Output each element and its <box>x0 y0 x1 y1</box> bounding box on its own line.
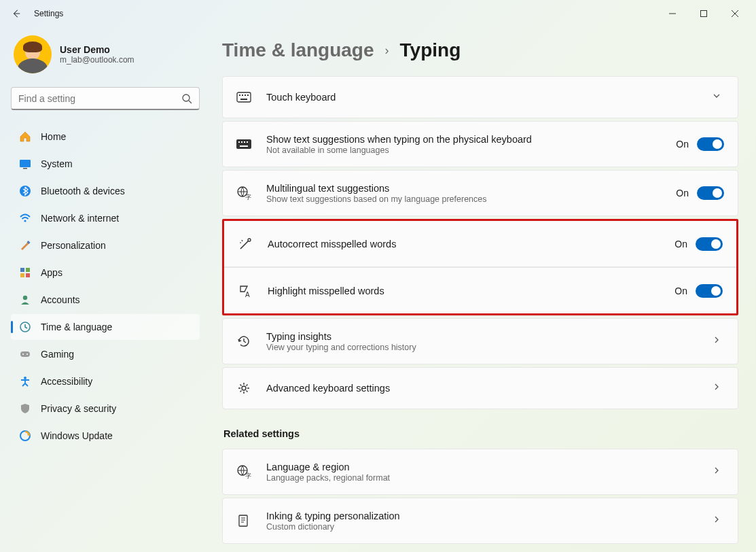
chevron-right-icon <box>709 382 724 394</box>
chevron-right-icon <box>709 335 724 347</box>
svg-text:字: 字 <box>245 194 251 201</box>
sidebar-item-label: Time & language <box>41 322 112 332</box>
card-autocorrect: Autocorrect misspelled words On <box>224 221 736 267</box>
arrow-left-icon <box>12 9 21 18</box>
sidebar-item-label: Gaming <box>41 349 74 360</box>
avatar <box>14 35 52 73</box>
wand-icon <box>238 237 253 252</box>
card-title: Show text suggestions when typing on the… <box>266 134 676 145</box>
sidebar-item-label: Home <box>41 131 66 142</box>
card-subtitle: Not available in some languages <box>266 145 676 155</box>
svg-rect-0 <box>701 11 707 17</box>
card-title: Multilingual text suggestions <box>266 183 676 194</box>
globe-text-icon: 字 <box>236 186 251 201</box>
main-content: Time & language › Typing Touch keyboard … <box>207 27 756 552</box>
card-title: Typing insights <box>266 331 709 342</box>
maximize-button[interactable] <box>688 3 719 24</box>
toggle-autocorrect[interactable] <box>696 237 723 251</box>
svg-rect-13 <box>20 351 30 357</box>
svg-point-1 <box>183 94 190 101</box>
bluetooth-icon <box>19 185 31 197</box>
highlight-text-icon: A <box>238 283 253 298</box>
card-language-region[interactable]: 字 Language & region Language packs, regi… <box>222 449 738 495</box>
svg-rect-21 <box>245 94 246 96</box>
page-title: Typing <box>400 39 461 61</box>
keyboard-icon <box>236 92 251 103</box>
accounts-icon <box>19 294 31 306</box>
toggle-state-label: On <box>676 188 689 199</box>
highlighted-group: Autocorrect misspelled words On A Highli… <box>222 219 738 315</box>
sidebar-item-network[interactable]: Network & internet <box>11 205 200 231</box>
svg-text:A: A <box>245 291 250 298</box>
svg-rect-22 <box>247 94 249 96</box>
breadcrumb: Time & language › Typing <box>222 39 738 61</box>
svg-rect-20 <box>242 94 243 96</box>
profile-block[interactable]: User Demo m_lab@outlook.com <box>11 35 202 73</box>
card-touch-keyboard[interactable]: Touch keyboard <box>222 76 738 118</box>
home-icon <box>19 131 31 143</box>
svg-rect-9 <box>20 273 24 277</box>
minimize-button[interactable] <box>657 3 688 24</box>
card-inking-typing[interactable]: Inking & typing personalization Custom d… <box>222 498 738 544</box>
related-settings-header: Related settings <box>223 428 738 439</box>
card-subtitle: Custom dictionary <box>266 522 709 532</box>
card-physical-suggestions: Show text suggestions when typing on the… <box>222 121 738 167</box>
sidebar-item-label: Accounts <box>41 294 80 305</box>
sidebar-item-personalization[interactable]: Personalization <box>11 232 200 258</box>
sidebar-item-gaming[interactable]: Gaming <box>11 341 200 367</box>
svg-rect-23 <box>240 99 247 100</box>
svg-rect-7 <box>20 268 24 272</box>
paintbrush-icon <box>19 239 31 252</box>
toggle-highlight-misspelled[interactable] <box>696 284 723 298</box>
sidebar-item-apps[interactable]: Apps <box>11 260 200 286</box>
svg-rect-2 <box>20 160 31 167</box>
sidebar-item-label: Network & internet <box>41 213 119 224</box>
sidebar-item-update[interactable]: Windows Update <box>11 423 200 449</box>
toggle-multilingual[interactable] <box>697 186 724 200</box>
svg-point-15 <box>26 353 28 355</box>
card-title: Highlight misspelled words <box>268 286 674 296</box>
sidebar-item-system[interactable]: System <box>11 151 200 177</box>
breadcrumb-parent[interactable]: Time & language <box>222 39 374 61</box>
svg-rect-37 <box>239 515 247 526</box>
svg-rect-18 <box>237 92 251 102</box>
sidebar-item-time-language[interactable]: Time & language <box>11 314 200 340</box>
card-subtitle: Language packs, regional format <box>266 473 709 483</box>
svg-rect-26 <box>241 141 242 143</box>
close-button[interactable] <box>719 3 751 24</box>
toggle-physical-suggestions[interactable] <box>697 137 724 151</box>
card-highlight-misspelled: A Highlight misspelled words On <box>224 267 736 313</box>
sidebar-item-accounts[interactable]: Accounts <box>11 287 200 313</box>
dictionary-icon <box>236 513 251 528</box>
svg-text:字: 字 <box>245 472 251 479</box>
svg-rect-28 <box>247 141 248 143</box>
sidebar-item-home[interactable]: Home <box>11 124 200 150</box>
search-box[interactable] <box>11 87 200 110</box>
chevron-down-icon[interactable] <box>709 91 724 103</box>
toggle-state-label: On <box>674 239 687 249</box>
sidebar-item-label: Windows Update <box>41 430 113 441</box>
back-button[interactable] <box>5 3 27 24</box>
sidebar-item-label: Apps <box>41 267 62 278</box>
sidebar-item-privacy[interactable]: Privacy & security <box>11 396 200 421</box>
wifi-icon <box>19 212 31 224</box>
keyboard-solid-icon <box>236 139 251 149</box>
svg-rect-29 <box>240 145 248 147</box>
window-controls <box>657 3 751 24</box>
card-advanced-keyboard[interactable]: Advanced keyboard settings <box>222 367 738 409</box>
card-title: Advanced keyboard settings <box>266 383 709 394</box>
toggle-state-label: On <box>674 286 687 296</box>
card-typing-insights[interactable]: Typing insights View your typing and cor… <box>222 318 738 364</box>
card-title: Autocorrect misspelled words <box>268 239 674 249</box>
profile-name: User Demo <box>60 44 134 55</box>
sidebar-item-label: Privacy & security <box>41 403 116 414</box>
card-subtitle: View your typing and corrections history <box>266 343 709 352</box>
sidebar: User Demo m_lab@outlook.com Home System … <box>0 27 207 552</box>
sidebar-item-bluetooth[interactable]: Bluetooth & devices <box>11 178 200 204</box>
update-icon <box>19 430 31 442</box>
sidebar-item-accessibility[interactable]: Accessibility <box>11 368 200 394</box>
window-title: Settings <box>34 9 63 18</box>
search-input[interactable] <box>18 93 181 104</box>
chevron-right-icon: › <box>385 44 389 58</box>
gear-icon <box>236 381 251 396</box>
